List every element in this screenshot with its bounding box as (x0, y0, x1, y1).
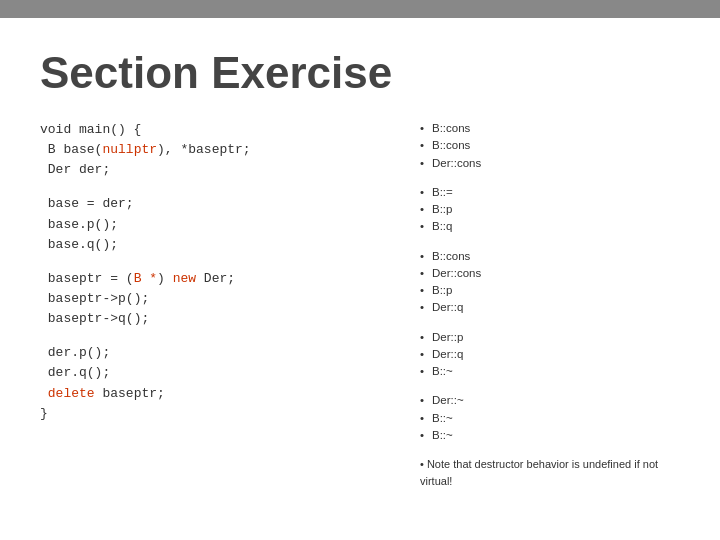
bullets-column: B::cons B::cons Der::cons B::= B::p B::q… (420, 120, 680, 489)
bullet-item: B::= (420, 184, 680, 201)
bullet-item: Der::q (420, 346, 680, 363)
destructor-note: • Note that destructor behavior is undef… (420, 456, 680, 489)
code-block-4: der.p(); der.q(); delete baseptr; } (40, 343, 400, 424)
bullet-item: B::~ (420, 363, 680, 380)
bullet-item: B::p (420, 282, 680, 299)
content-area: void main() { B base(nullptr), *baseptr;… (40, 120, 680, 489)
code-block-3: baseptr = (B *) new Der; baseptr->p(); b… (40, 269, 400, 329)
bullet-item: Der::p (420, 329, 680, 346)
bullet-item: Der::~ (420, 392, 680, 409)
code-line-6: base.q(); (40, 235, 400, 255)
bullet-group-2: B::= B::p B::q (420, 184, 680, 236)
bullet-group-3: B::cons Der::cons B::p Der::q (420, 248, 680, 317)
bullet-item: B::~ (420, 427, 680, 444)
code-line-4: base = der; (40, 194, 400, 214)
bullet-item: B::cons (420, 120, 680, 137)
code-line-2: B base(nullptr), *baseptr; (40, 140, 400, 160)
bullet-group-5: Der::~ B::~ B::~ (420, 392, 680, 444)
code-line-10: der.p(); (40, 343, 400, 363)
code-line-3: Der der; (40, 160, 400, 180)
code-line-5: base.p(); (40, 215, 400, 235)
bullet-item: B::cons (420, 137, 680, 154)
bullet-group-1: B::cons B::cons Der::cons (420, 120, 680, 172)
code-line-11: der.q(); (40, 363, 400, 383)
code-line-8: baseptr->p(); (40, 289, 400, 309)
bullet-item: B::cons (420, 248, 680, 265)
code-line-12: delete baseptr; (40, 384, 400, 404)
code-line-7: baseptr = (B *) new Der; (40, 269, 400, 289)
top-bar (0, 0, 720, 18)
code-column: void main() { B base(nullptr), *baseptr;… (40, 120, 400, 489)
code-block-1: void main() { B base(nullptr), *baseptr;… (40, 120, 400, 180)
bullet-item: Der::cons (420, 265, 680, 282)
bullet-item: Der::cons (420, 155, 680, 172)
bullet-item: B::q (420, 218, 680, 235)
bullet-item: B::p (420, 201, 680, 218)
code-line-1: void main() { (40, 120, 400, 140)
bullet-item: B::~ (420, 410, 680, 427)
bullet-item: Der::q (420, 299, 680, 316)
code-block-2: base = der; base.p(); base.q(); (40, 194, 400, 254)
bullet-group-4: Der::p Der::q B::~ (420, 329, 680, 381)
code-line-13: } (40, 404, 400, 424)
code-line-9: baseptr->q(); (40, 309, 400, 329)
page-title: Section Exercise (40, 48, 680, 98)
slide: Section Exercise void main() { B base(nu… (0, 0, 720, 540)
